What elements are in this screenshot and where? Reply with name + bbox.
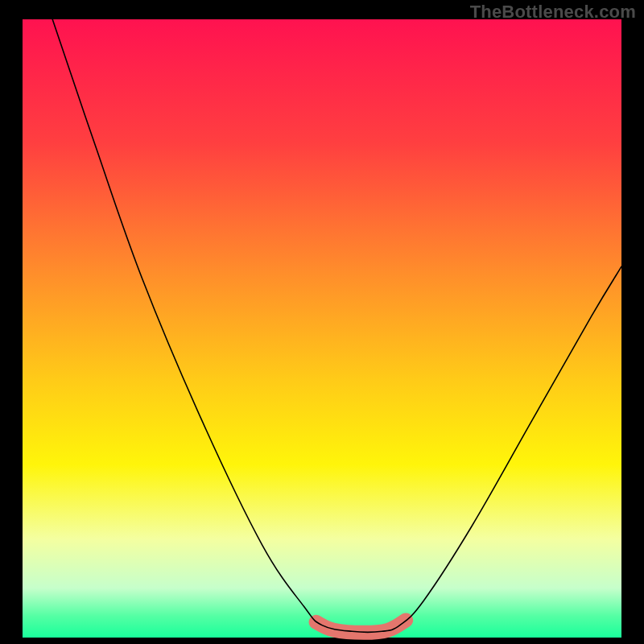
- gradient-plot-area: [23, 19, 621, 638]
- bottleneck-chart: [0, 0, 644, 644]
- watermark-text: TheBottleneck.com: [470, 2, 636, 23]
- chart-stage: TheBottleneck.com: [0, 0, 644, 644]
